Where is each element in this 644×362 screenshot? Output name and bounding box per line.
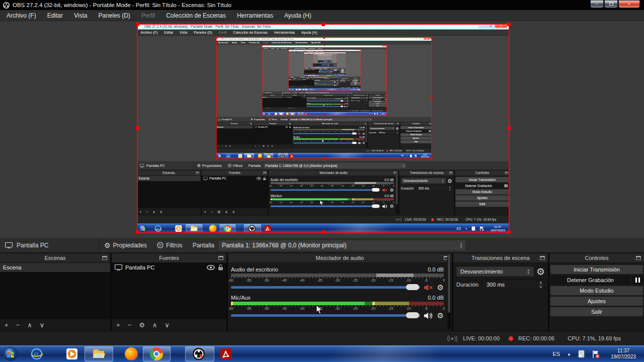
acrobat-icon[interactable] <box>321 67 321 67</box>
desktop-audio-settings-gear-icon[interactable]: ⚙ <box>437 284 444 291</box>
mic-aux-volume-slider[interactable] <box>314 85 336 85</box>
close-button[interactable]: × <box>336 54 337 54</box>
language-indicator[interactable]: ES <box>340 75 340 76</box>
clock[interactable]: 11:37 19/07/2023 <box>379 113 386 115</box>
muted-speaker-icon[interactable] <box>382 188 388 192</box>
volume-slider-handle[interactable] <box>406 284 419 290</box>
scene-item[interactable]: Escena <box>313 64 317 64</box>
transition-select[interactable]: Desvanecimiento ∧∨ <box>456 266 534 277</box>
lock-icon[interactable] <box>218 264 223 270</box>
move-source-down-button[interactable]: ∨ <box>271 145 273 147</box>
menu-editar[interactable]: Editar <box>230 41 239 44</box>
visibility-eye-icon[interactable] <box>285 126 288 128</box>
clock[interactable]: 11:37 19/07/2023 <box>343 75 346 76</box>
filters-button[interactable]: Filtros <box>291 92 298 94</box>
action-center-flag-icon[interactable] <box>377 113 378 115</box>
clock[interactable]: 11:37 19/07/2023 <box>419 154 431 158</box>
desktop-audio-volume-slider[interactable] <box>314 82 336 82</box>
move-scene-down-button[interactable]: ∨ <box>229 145 231 147</box>
filters-button[interactable]: Filtros <box>305 77 309 78</box>
firefox-icon[interactable] <box>125 347 138 360</box>
move-source-up-button[interactable]: ∧ <box>267 145 269 147</box>
add-source-button[interactable]: + <box>204 210 206 214</box>
studio-mode-button[interactable]: Modo Estudio <box>550 286 643 295</box>
mic-aux-volume-slider[interactable] <box>293 143 357 144</box>
transition-settings-gear-icon[interactable]: ⚙ <box>447 178 452 184</box>
obs-icon[interactable] <box>192 347 205 360</box>
move-scene-down-button[interactable]: ∨ <box>160 210 163 214</box>
language-indicator[interactable]: ES <box>369 113 371 114</box>
mixer-scrollbar[interactable] <box>339 78 339 87</box>
maximize-button[interactable] <box>419 37 423 40</box>
desktop-audio-settings-gear-icon[interactable]: ⚙ <box>363 132 365 135</box>
media-player-icon[interactable] <box>175 225 182 232</box>
menu-archivo[interactable]: Archivo (F) <box>216 41 230 44</box>
source-item[interactable]: Pantalla PC <box>311 69 318 70</box>
tray-expand-icon[interactable]: ▲ <box>465 227 467 230</box>
close-button[interactable]: × <box>423 37 430 40</box>
maximize-button[interactable] <box>487 24 495 28</box>
explorer-folder-icon[interactable] <box>299 89 300 90</box>
exit-button[interactable]: Salir <box>334 65 337 66</box>
close-button[interactable]: × <box>358 50 360 51</box>
duration-input[interactable]: 300 ms ∧∨ <box>378 131 399 135</box>
settings-button[interactable]: Ajustes <box>455 196 509 201</box>
volume-slider-handle[interactable] <box>372 204 379 208</box>
internet-explorer-icon[interactable]: e <box>292 89 293 90</box>
remove-scene-button[interactable]: − <box>146 210 148 214</box>
pause-recording-button[interactable] <box>428 130 431 133</box>
close-button[interactable]: × <box>382 45 386 47</box>
menu-coleccion-escenas[interactable]: Colección de Escenas <box>230 31 271 35</box>
preview-canvas[interactable]: OBS 27.2.4 (32-bit, windows) - Portable … <box>262 49 387 92</box>
touch-keyboard-icon[interactable] <box>374 113 376 115</box>
settings-button[interactable]: Ajustes <box>550 297 643 306</box>
maximize-button[interactable] <box>604 0 618 8</box>
acrobat-icon[interactable] <box>290 154 294 158</box>
stop-recording-button[interactable]: Detener Grabación <box>369 99 384 100</box>
mixer-scrollbar[interactable] <box>349 95 349 109</box>
menu-paneles[interactable]: Paneles (D) <box>93 12 136 19</box>
chrome-icon[interactable] <box>291 113 293 115</box>
desktop-audio-volume-slider[interactable] <box>231 286 420 289</box>
menu-herramientas[interactable]: Herramientas <box>294 41 310 44</box>
scene-item[interactable]: Escena <box>216 125 253 128</box>
properties-button[interactable]: ⚙ Propiedades <box>249 118 267 121</box>
transition-select[interactable]: Desvanecimiento ∧∨ <box>351 97 366 99</box>
start-orb-icon[interactable] <box>289 88 290 90</box>
source-item[interactable]: Pantalla PC <box>202 176 268 181</box>
preview-canvas[interactable]: OBS 27.2.4 (32-bit, windows) - Portable … <box>137 36 510 161</box>
scene-item[interactable]: Escena <box>137 176 201 181</box>
scene-item[interactable]: Escena <box>262 96 283 98</box>
chrome-icon[interactable] <box>224 225 231 232</box>
studio-mode-button[interactable]: Modo Estudio <box>369 101 387 102</box>
add-source-button[interactable]: + <box>255 145 257 147</box>
clock[interactable]: 11:37 19/07/2023 <box>357 89 361 90</box>
lock-icon[interactable] <box>289 126 291 128</box>
action-center-flag-icon[interactable] <box>415 154 417 157</box>
remove-scene-button[interactable]: − <box>265 108 266 109</box>
menu-editar[interactable]: Editar <box>42 12 68 19</box>
internet-explorer-icon[interactable]: e <box>30 347 43 360</box>
clock[interactable]: 11:37 19/07/2023 <box>488 225 508 232</box>
acrobat-icon[interactable] <box>318 75 319 76</box>
start-orb-icon[interactable] <box>304 75 305 76</box>
exit-button[interactable]: Salir <box>350 84 361 85</box>
source-properties-button[interactable]: ⚙ <box>289 108 290 109</box>
volume-slider-handle[interactable] <box>406 312 419 318</box>
preview-canvas[interactable] <box>318 55 332 60</box>
acrobat-icon[interactable] <box>264 225 271 232</box>
speaker-icon[interactable] <box>336 85 337 86</box>
properties-button[interactable]: ⚙ Propiedades <box>300 77 306 78</box>
mic-aux-settings-gear-icon[interactable]: ⚙ <box>390 204 394 209</box>
duration-input[interactable]: 300 ms ∧∨ <box>355 100 367 102</box>
add-source-button[interactable]: + <box>284 108 285 109</box>
mic-aux-settings-gear-icon[interactable]: ⚙ <box>347 106 348 107</box>
speaker-icon[interactable] <box>424 312 434 320</box>
minimize-button[interactable]: – <box>478 24 487 28</box>
settings-button[interactable]: Ajustes <box>400 137 432 140</box>
stop-recording-button[interactable]: Detener Grabación <box>455 183 502 188</box>
add-scene-button[interactable]: + <box>5 322 9 328</box>
volume-slider-handle[interactable] <box>352 133 357 135</box>
action-center-flag-icon[interactable] <box>355 89 356 90</box>
visibility-eye-icon[interactable] <box>257 177 261 180</box>
